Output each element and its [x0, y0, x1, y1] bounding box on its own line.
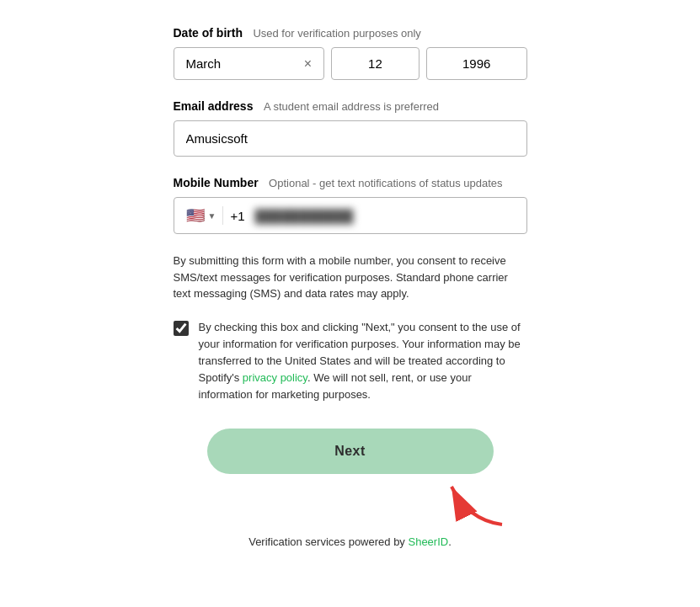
dob-month-value: March — [186, 56, 304, 71]
footer-text-before: Verification services powered by — [248, 535, 408, 548]
dob-hint: Used for verification purposes only — [253, 27, 420, 40]
phone-number-blurred: ███████████ — [255, 209, 354, 223]
dob-field-group: Date of birth Used for verification purp… — [174, 25, 527, 80]
dob-day-field[interactable]: 12 — [331, 47, 419, 80]
mobile-hint: Optional - get text notifications of sta… — [269, 177, 503, 189]
mobile-input-container: 🇺🇸 ▼ +1 ███████████ — [174, 197, 527, 234]
country-selector[interactable]: 🇺🇸 ▼ — [186, 206, 224, 225]
consent-checkbox-label[interactable]: By checking this box and clicking "Next,… — [199, 319, 527, 404]
verification-footer: Verification services powered by SheerID… — [174, 535, 527, 548]
mobile-field-group: Mobile Number Optional - get text notifi… — [174, 175, 527, 234]
next-button[interactable]: Next — [207, 429, 494, 474]
country-flag: 🇺🇸 — [186, 206, 205, 225]
email-field-group: Email address A student email address is… — [174, 99, 527, 157]
email-hint: A student email address is preferred — [264, 100, 439, 113]
mobile-label-row: Mobile Number Optional - get text notifi… — [174, 175, 527, 190]
dob-inputs-row: March × 12 1996 — [174, 47, 527, 80]
consent-checkbox[interactable] — [174, 321, 189, 336]
arrow-indicator — [174, 478, 527, 529]
email-input[interactable] — [174, 120, 527, 157]
consent-checkbox-row: By checking this box and clicking "Next,… — [174, 319, 527, 404]
dob-month-field[interactable]: March × — [174, 47, 325, 80]
dob-year-field[interactable]: 1996 — [426, 47, 527, 80]
country-code: +1 — [230, 209, 244, 223]
red-arrow-svg — [443, 478, 510, 529]
dob-label: Date of birth — [174, 26, 243, 40]
form-container: Date of birth Used for verification purp… — [140, 17, 561, 573]
sms-consent-text: By submitting this form with a mobile nu… — [174, 253, 527, 302]
dob-label-row: Date of birth Used for verification purp… — [174, 25, 527, 40]
mobile-label: Mobile Number — [174, 176, 259, 189]
email-label: Email address — [174, 99, 254, 113]
sheerid-link[interactable]: SheerID — [408, 535, 448, 548]
dropdown-arrow-icon: ▼ — [208, 211, 216, 221]
footer-text-after: . — [448, 535, 452, 548]
email-label-row: Email address A student email address is… — [174, 99, 527, 114]
clear-month-icon[interactable]: × — [304, 57, 312, 71]
privacy-policy-link[interactable]: privacy policy — [243, 371, 307, 384]
consent-checkbox-wrapper[interactable] — [174, 321, 189, 339]
